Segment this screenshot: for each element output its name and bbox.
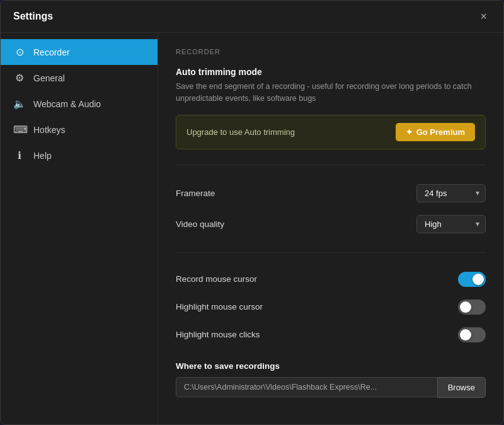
framerate-select[interactable]: 24 fps 30 fps 60 fps [416, 184, 486, 202]
modal-title: Settings [13, 11, 53, 22]
upgrade-banner: Upgrade to use Auto trimming ✦ Go Premiu… [176, 115, 486, 149]
settings-modal: Settings × ⊙ Recorder ⚙ General 🔈 Webcam… [0, 0, 504, 425]
video-quality-dropdown-wrapper: Low Medium High Ultra [416, 215, 486, 233]
highlight-mouse-clicks-toggle[interactable] [458, 327, 486, 342]
recorder-icon: ⊙ [13, 46, 26, 58]
sidebar-item-hotkeys[interactable]: ⌨ Hotkeys [1, 117, 158, 143]
highlight-mouse-clicks-label: Highlight mouse clicks [176, 330, 260, 339]
sidebar-item-help[interactable]: ℹ Help [1, 143, 158, 168]
info-icon: ℹ [13, 149, 26, 161]
video-quality-select[interactable]: Low Medium High Ultra [416, 215, 486, 233]
premium-label: Go Premium [416, 127, 465, 137]
speaker-icon: 🔈 [13, 98, 26, 110]
framerate-row: Framerate 24 fps 30 fps 60 fps [176, 178, 486, 209]
keyboard-icon: ⌨ [13, 124, 26, 136]
save-path-input[interactable]: C:\Users\Administrator\Videos\Flashback … [176, 377, 437, 397]
modal-body: ⊙ Recorder ⚙ General 🔈 Webcam & Audio ⌨ … [1, 33, 503, 424]
sidebar-item-general[interactable]: ⚙ General [1, 65, 158, 91]
browse-button[interactable]: Browse [437, 377, 486, 398]
highlight-mouse-cursor-row: Highlight mouse cursor [176, 293, 486, 321]
auto-trimming-desc: Save the end segment of a recording - us… [176, 81, 486, 105]
where-to-save-title: Where to save recordings [176, 361, 486, 371]
divider-2 [176, 252, 486, 253]
highlight-mouse-cursor-label: Highlight mouse cursor [176, 302, 263, 311]
sidebar-item-help-label: Help [33, 151, 52, 161]
save-path-row: C:\Users\Administrator\Videos\Flashback … [176, 377, 486, 398]
sidebar: ⊙ Recorder ⚙ General 🔈 Webcam & Audio ⌨ … [1, 33, 158, 424]
upgrade-text: Upgrade to use Auto trimming [186, 127, 295, 137]
framerate-dropdown-wrapper: 24 fps 30 fps 60 fps [416, 184, 486, 202]
sidebar-item-hotkeys-label: Hotkeys [33, 125, 66, 135]
auto-trimming-block: Auto trimming mode Save the end segment … [176, 67, 486, 149]
highlight-mouse-clicks-thumb [460, 329, 471, 341]
content-area: RECORDER Auto trimming mode Save the end… [158, 33, 503, 424]
modal-header: Settings × [1, 1, 503, 33]
gear-icon: ⚙ [13, 72, 26, 84]
sidebar-item-recorder-label: Recorder [33, 47, 70, 57]
highlight-mouse-clicks-row: Highlight mouse clicks [176, 321, 486, 349]
record-mouse-cursor-toggle[interactable] [458, 272, 486, 287]
sidebar-item-webcam-audio-label: Webcam & Audio [33, 99, 101, 109]
framerate-label: Framerate [176, 189, 215, 198]
record-mouse-cursor-label: Record mouse cursor [176, 274, 257, 284]
section-label: RECORDER [176, 48, 486, 55]
sidebar-item-general-label: General [33, 73, 65, 83]
highlight-mouse-cursor-thumb [460, 301, 471, 313]
video-quality-row: Video quality Low Medium High Ultra [176, 209, 486, 240]
video-quality-label: Video quality [176, 219, 224, 229]
divider-1 [176, 165, 486, 165]
sidebar-item-webcam-audio[interactable]: 🔈 Webcam & Audio [1, 91, 158, 117]
record-mouse-cursor-row: Record mouse cursor [176, 265, 486, 293]
auto-trimming-title: Auto trimming mode [176, 67, 486, 77]
sidebar-item-recorder[interactable]: ⊙ Recorder [1, 39, 158, 65]
highlight-mouse-cursor-toggle[interactable] [458, 300, 486, 315]
close-button[interactable]: × [476, 9, 491, 23]
go-premium-button[interactable]: ✦ Go Premium [396, 123, 475, 141]
record-mouse-cursor-thumb [472, 274, 484, 285]
premium-star-icon: ✦ [406, 127, 413, 137]
